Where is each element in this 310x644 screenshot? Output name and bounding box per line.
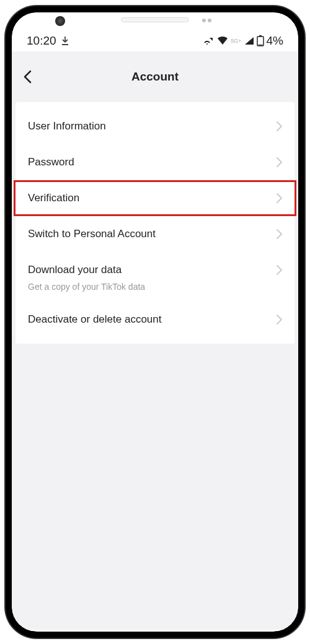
- chevron-right-icon: [277, 193, 282, 203]
- chevron-right-icon: [277, 229, 282, 239]
- speaker-notch: [12, 17, 298, 22]
- svg-rect-3: [258, 45, 262, 45]
- network-label: 5G+: [231, 38, 241, 44]
- navbar: Account: [12, 51, 298, 102]
- wifi-icon: [217, 37, 228, 45]
- list-item-switch-to-personal-account[interactable]: Switch to Personal Account: [16, 216, 294, 252]
- list-item-user-information[interactable]: User Information: [16, 108, 294, 144]
- list-item-deactivate-or-delete-account[interactable]: Deactivate or delete account: [16, 302, 294, 337]
- list-item-label: Verification: [28, 192, 79, 204]
- list-item-label: Password: [28, 156, 74, 168]
- svg-rect-2: [257, 37, 264, 46]
- back-button[interactable]: [23, 70, 32, 84]
- page-title: Account: [24, 70, 286, 84]
- list-item-password[interactable]: Password: [16, 144, 294, 180]
- chevron-right-icon: [277, 265, 282, 275]
- download-icon: [61, 37, 69, 45]
- list-item-label: Switch to Personal Account: [28, 228, 156, 240]
- battery-percent: 4%: [267, 34, 283, 48]
- settings-list: User InformationPasswordVerificationSwit…: [16, 102, 294, 344]
- list-item-label: Deactivate or delete account: [28, 313, 161, 326]
- chevron-right-icon: [277, 315, 282, 324]
- chevron-right-icon: [277, 157, 282, 167]
- status-time: 10:20: [27, 34, 56, 48]
- list-item-download-your-data[interactable]: Download your data: [16, 252, 294, 288]
- battery-icon: [257, 35, 264, 46]
- list-item-verification[interactable]: Verification: [14, 180, 296, 216]
- sensor-dots: [202, 19, 211, 22]
- chevron-left-icon: [23, 70, 32, 84]
- phone-wifi-icon: [203, 37, 215, 45]
- svg-point-0: [206, 43, 208, 45]
- phone-frame: 10:20 5G+: [6, 6, 304, 638]
- list-item-label: Download your data: [28, 264, 122, 276]
- list-item-label: User Information: [28, 120, 106, 133]
- signal-icon: [244, 37, 254, 45]
- chevron-right-icon: [277, 121, 282, 131]
